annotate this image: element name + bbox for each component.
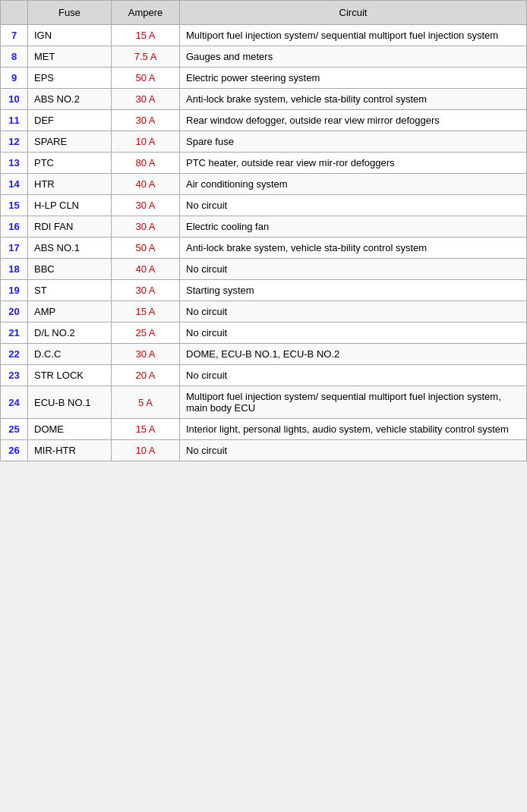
cell-circuit: Rear window defogger, outside rear view … <box>180 110 527 131</box>
cell-ampere: 7.5 A <box>112 46 180 68</box>
cell-num: 16 <box>1 216 28 238</box>
cell-num: 14 <box>1 174 28 195</box>
cell-fuse: ECU-B NO.1 <box>28 386 112 419</box>
cell-fuse: BBC <box>28 259 112 280</box>
table-row: 16RDI FAN30 AElectric cooling fan <box>1 216 527 238</box>
table-row: 21D/L NO.225 ANo circuit <box>1 323 527 344</box>
table-row: 11DEF30 ARear window defogger, outside r… <box>1 110 527 131</box>
cell-num: 8 <box>1 46 28 68</box>
fuse-table-wrapper: Fuse Ampere Circuit 7IGN15 AMultiport fu… <box>0 0 527 461</box>
cell-num: 11 <box>1 110 28 131</box>
table-row: 17ABS NO.150 AAnti-lock brake system, ve… <box>1 238 527 259</box>
cell-circuit: Air conditioning system <box>180 174 527 195</box>
cell-circuit: Spare fuse <box>180 131 527 153</box>
cell-circuit: Starting system <box>180 280 527 301</box>
cell-ampere: 10 A <box>112 440 180 461</box>
cell-num: 9 <box>1 68 28 89</box>
table-row: 7IGN15 AMultiport fuel injection system/… <box>1 25 527 46</box>
cell-ampere: 30 A <box>112 110 180 131</box>
cell-circuit: Interior light, personal lights, audio s… <box>180 419 527 440</box>
cell-num: 10 <box>1 89 28 110</box>
cell-ampere: 30 A <box>112 344 180 365</box>
cell-circuit: Multiport fuel injection system/ sequent… <box>180 386 527 419</box>
cell-num: 7 <box>1 25 28 46</box>
table-row: 19ST30 AStarting system <box>1 280 527 301</box>
cell-ampere: 20 A <box>112 365 180 386</box>
cell-circuit: PTC heater, outside rear view mir-ror de… <box>180 153 527 174</box>
cell-circuit: Electric power steering system <box>180 68 527 89</box>
cell-num: 26 <box>1 440 28 461</box>
cell-ampere: 30 A <box>112 280 180 301</box>
table-row: 20AMP15 ANo circuit <box>1 301 527 323</box>
table-row: 22D.C.C30 ADOME, ECU-B NO.1, ECU-B NO.2 <box>1 344 527 365</box>
cell-num: 17 <box>1 238 28 259</box>
cell-ampere: 30 A <box>112 216 180 238</box>
cell-ampere: 40 A <box>112 174 180 195</box>
cell-num: 19 <box>1 280 28 301</box>
cell-ampere: 15 A <box>112 419 180 440</box>
cell-fuse: ST <box>28 280 112 301</box>
table-row: 9EPS50 AElectric power steering system <box>1 68 527 89</box>
cell-ampere: 40 A <box>112 259 180 280</box>
cell-num: 23 <box>1 365 28 386</box>
cell-ampere: 30 A <box>112 89 180 110</box>
cell-num: 20 <box>1 301 28 323</box>
cell-ampere: 50 A <box>112 68 180 89</box>
header-fuse: Fuse <box>28 1 112 25</box>
cell-num: 15 <box>1 195 28 216</box>
cell-ampere: 50 A <box>112 238 180 259</box>
cell-circuit: Electric cooling fan <box>180 216 527 238</box>
cell-fuse: STR LOCK <box>28 365 112 386</box>
cell-num: 21 <box>1 323 28 344</box>
cell-num: 12 <box>1 131 28 153</box>
cell-circuit: No circuit <box>180 323 527 344</box>
cell-fuse: H-LP CLN <box>28 195 112 216</box>
cell-num: 24 <box>1 386 28 419</box>
cell-fuse: D.C.C <box>28 344 112 365</box>
table-row: 24ECU-B NO.15 AMultiport fuel injection … <box>1 386 527 419</box>
cell-num: 13 <box>1 153 28 174</box>
cell-ampere: 25 A <box>112 323 180 344</box>
header-ampere: Ampere <box>112 1 180 25</box>
cell-fuse: PTC <box>28 153 112 174</box>
cell-fuse: DOME <box>28 419 112 440</box>
table-row: 13PTC80 APTC heater, outside rear view m… <box>1 153 527 174</box>
cell-circuit: No circuit <box>180 440 527 461</box>
cell-circuit: No circuit <box>180 259 527 280</box>
table-header-row: Fuse Ampere Circuit <box>1 1 527 25</box>
table-row: 23STR LOCK20 ANo circuit <box>1 365 527 386</box>
cell-circuit: Anti-lock brake system, vehicle sta-bili… <box>180 89 527 110</box>
cell-fuse: AMP <box>28 301 112 323</box>
cell-ampere: 80 A <box>112 153 180 174</box>
cell-circuit: No circuit <box>180 301 527 323</box>
cell-ampere: 10 A <box>112 131 180 153</box>
cell-circuit: Anti-lock brake system, vehicle sta-bili… <box>180 238 527 259</box>
cell-ampere: 5 A <box>112 386 180 419</box>
table-row: 26MIR-HTR10 ANo circuit <box>1 440 527 461</box>
cell-fuse: ABS NO.1 <box>28 238 112 259</box>
cell-fuse: HTR <box>28 174 112 195</box>
table-row: 14HTR40 AAir conditioning system <box>1 174 527 195</box>
cell-num: 22 <box>1 344 28 365</box>
cell-num: 18 <box>1 259 28 280</box>
cell-fuse: RDI FAN <box>28 216 112 238</box>
fuse-table: Fuse Ampere Circuit 7IGN15 AMultiport fu… <box>0 0 527 461</box>
cell-ampere: 15 A <box>112 301 180 323</box>
header-circuit: Circuit <box>180 1 527 25</box>
cell-fuse: MET <box>28 46 112 68</box>
table-row: 12SPARE10 ASpare fuse <box>1 131 527 153</box>
table-row: 8MET7.5 AGauges and meters <box>1 46 527 68</box>
cell-circuit: Gauges and meters <box>180 46 527 68</box>
cell-ampere: 30 A <box>112 195 180 216</box>
cell-fuse: MIR-HTR <box>28 440 112 461</box>
cell-fuse: IGN <box>28 25 112 46</box>
cell-circuit: No circuit <box>180 195 527 216</box>
cell-fuse: D/L NO.2 <box>28 323 112 344</box>
cell-fuse: SPARE <box>28 131 112 153</box>
cell-fuse: DEF <box>28 110 112 131</box>
cell-circuit: Multiport fuel injection system/ sequent… <box>180 25 527 46</box>
cell-fuse: EPS <box>28 68 112 89</box>
table-row: 10ABS NO.230 AAnti-lock brake system, ve… <box>1 89 527 110</box>
table-row: 15H-LP CLN30 ANo circuit <box>1 195 527 216</box>
table-row: 25DOME15 AInterior light, personal light… <box>1 419 527 440</box>
